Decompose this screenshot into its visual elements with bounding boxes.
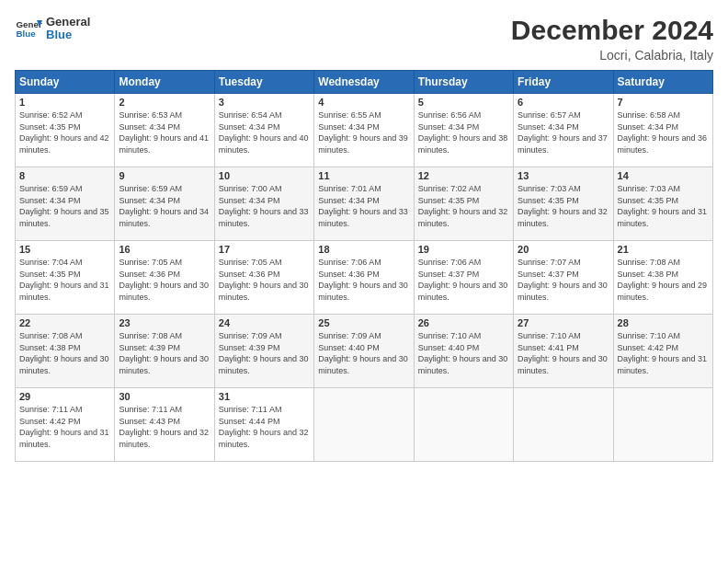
svg-text:Blue: Blue bbox=[17, 29, 37, 39]
day-cell: 2 Sunrise: 6:53 AMSunset: 4:34 PMDayligh… bbox=[115, 94, 214, 167]
title-block: December 2024 Locri, Calabria, Italy bbox=[511, 15, 713, 63]
day-cell: 3 Sunrise: 6:54 AMSunset: 4:34 PMDayligh… bbox=[214, 94, 313, 167]
empty-cell bbox=[514, 388, 613, 462]
table-row: 1 Sunrise: 6:52 AMSunset: 4:35 PMDayligh… bbox=[16, 94, 713, 167]
day-cell: 8 Sunrise: 6:59 AMSunset: 4:34 PMDayligh… bbox=[16, 167, 115, 241]
day-cell: 5 Sunrise: 6:56 AMSunset: 4:34 PMDayligh… bbox=[414, 94, 513, 167]
logo-icon: General Blue bbox=[15, 15, 42, 42]
day-cell: 18 Sunrise: 7:06 AMSunset: 4:36 PMDaylig… bbox=[314, 241, 414, 315]
day-cell: 25 Sunrise: 7:09 AMSunset: 4:40 PMDaylig… bbox=[314, 315, 414, 388]
logo-general: General bbox=[46, 16, 90, 29]
header-monday: Monday bbox=[115, 71, 214, 94]
empty-cell bbox=[314, 388, 414, 462]
table-row: 22 Sunrise: 7:08 AMSunset: 4:38 PMDaylig… bbox=[16, 315, 713, 388]
day-cell: 10 Sunrise: 7:00 AMSunset: 4:34 PMDaylig… bbox=[214, 167, 313, 241]
day-cell: 21 Sunrise: 7:08 AMSunset: 4:38 PMDaylig… bbox=[613, 241, 712, 315]
header-saturday: Saturday bbox=[613, 71, 712, 94]
header-wednesday: Wednesday bbox=[314, 71, 414, 94]
table-row: 8 Sunrise: 6:59 AMSunset: 4:34 PMDayligh… bbox=[16, 167, 713, 241]
day-cell: 27 Sunrise: 7:10 AMSunset: 4:41 PMDaylig… bbox=[514, 315, 613, 388]
logo: General Blue General Blue bbox=[15, 15, 90, 42]
day-cell: 30 Sunrise: 7:11 AMSunset: 4:43 PMDaylig… bbox=[115, 388, 214, 462]
day-cell: 1 Sunrise: 6:52 AMSunset: 4:35 PMDayligh… bbox=[16, 94, 115, 167]
table-row: 15 Sunrise: 7:04 AMSunset: 4:35 PMDaylig… bbox=[16, 241, 713, 315]
day-cell: 23 Sunrise: 7:08 AMSunset: 4:39 PMDaylig… bbox=[115, 315, 214, 388]
header-sunday: Sunday bbox=[16, 71, 115, 94]
day-cell: 28 Sunrise: 7:10 AMSunset: 4:42 PMDaylig… bbox=[613, 315, 712, 388]
header-friday: Friday bbox=[514, 71, 613, 94]
day-cell: 29 Sunrise: 7:11 AMSunset: 4:42 PMDaylig… bbox=[16, 388, 115, 462]
day-cell: 4 Sunrise: 6:55 AMSunset: 4:34 PMDayligh… bbox=[314, 94, 414, 167]
page-header: General Blue General Blue December 2024 … bbox=[15, 15, 713, 63]
day-cell: 19 Sunrise: 7:06 AMSunset: 4:37 PMDaylig… bbox=[414, 241, 513, 315]
day-cell: 22 Sunrise: 7:08 AMSunset: 4:38 PMDaylig… bbox=[16, 315, 115, 388]
empty-cell bbox=[613, 388, 712, 462]
calendar-page: General Blue General Blue December 2024 … bbox=[0, 0, 728, 563]
day-cell: 15 Sunrise: 7:04 AMSunset: 4:35 PMDaylig… bbox=[16, 241, 115, 315]
day-cell: 20 Sunrise: 7:07 AMSunset: 4:37 PMDaylig… bbox=[514, 241, 613, 315]
calendar-table: Sunday Monday Tuesday Wednesday Thursday… bbox=[15, 70, 713, 462]
day-cell: 11 Sunrise: 7:01 AMSunset: 4:34 PMDaylig… bbox=[314, 167, 414, 241]
day-cell: 24 Sunrise: 7:09 AMSunset: 4:39 PMDaylig… bbox=[214, 315, 313, 388]
day-cell: 6 Sunrise: 6:57 AMSunset: 4:34 PMDayligh… bbox=[514, 94, 613, 167]
day-cell: 9 Sunrise: 6:59 AMSunset: 4:34 PMDayligh… bbox=[115, 167, 214, 241]
day-cell: 13 Sunrise: 7:03 AMSunset: 4:35 PMDaylig… bbox=[514, 167, 613, 241]
day-cell: 31 Sunrise: 7:11 AMSunset: 4:44 PMDaylig… bbox=[214, 388, 313, 462]
day-cell: 14 Sunrise: 7:03 AMSunset: 4:35 PMDaylig… bbox=[613, 167, 712, 241]
day-cell: 17 Sunrise: 7:05 AMSunset: 4:36 PMDaylig… bbox=[214, 241, 313, 315]
day-cell: 26 Sunrise: 7:10 AMSunset: 4:40 PMDaylig… bbox=[414, 315, 513, 388]
day-cell: 7 Sunrise: 6:58 AMSunset: 4:34 PMDayligh… bbox=[613, 94, 712, 167]
header-thursday: Thursday bbox=[414, 71, 513, 94]
header-tuesday: Tuesday bbox=[214, 71, 313, 94]
empty-cell bbox=[414, 388, 513, 462]
weekday-header-row: Sunday Monday Tuesday Wednesday Thursday… bbox=[16, 71, 713, 94]
day-cell: 16 Sunrise: 7:05 AMSunset: 4:36 PMDaylig… bbox=[115, 241, 214, 315]
logo-blue: Blue bbox=[46, 29, 90, 41]
day-cell: 12 Sunrise: 7:02 AMSunset: 4:35 PMDaylig… bbox=[414, 167, 513, 241]
table-row: 29 Sunrise: 7:11 AMSunset: 4:42 PMDaylig… bbox=[16, 388, 713, 462]
month-title: December 2024 bbox=[511, 15, 713, 46]
location-title: Locri, Calabria, Italy bbox=[511, 48, 713, 63]
